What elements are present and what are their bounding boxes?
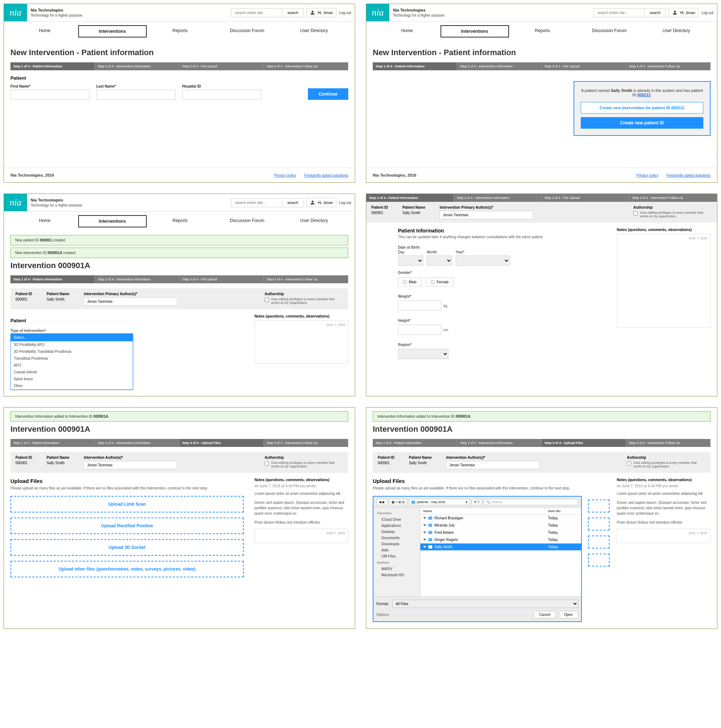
notes-box[interactable]: June 7, 2016	[617, 234, 710, 327]
authorship-checkbox[interactable]	[265, 298, 269, 302]
step-3[interactable]: Step 3 of 4 - File Upload	[542, 194, 629, 202]
format-select[interactable]: All Files	[392, 600, 578, 608]
upload-limb-scan[interactable]: Upload Limb Scan	[11, 496, 244, 512]
author-input[interactable]	[84, 461, 178, 469]
search-button[interactable]: search	[282, 199, 303, 207]
dropdown-selected[interactable]: Select...	[11, 334, 133, 341]
authorship-checkbox[interactable]	[627, 461, 631, 466]
upload-slot[interactable]	[588, 554, 609, 567]
author-input[interactable]	[446, 461, 540, 469]
nav-directory[interactable]: User Directory	[280, 215, 347, 228]
patient-id-link[interactable]: 000212	[637, 93, 651, 97]
search-input[interactable]	[231, 199, 282, 207]
step-1[interactable]: Step 1 of 4 - Patient Information	[11, 275, 95, 283]
nav-directory[interactable]: User Directory	[280, 25, 347, 37]
upload-slot[interactable]	[588, 535, 609, 549]
user-chip[interactable]: Hi, Jenan	[306, 198, 336, 207]
step-2[interactable]: Step 2 of 4 - Intervention Information	[95, 62, 179, 70]
sidebar-item[interactable]: MAISY	[375, 566, 418, 572]
create-intervention-existing-button[interactable]: Create new intervention for patient ID 0…	[581, 102, 703, 113]
nav-reports[interactable]: Reports	[147, 25, 214, 37]
nav-reports[interactable]: Reports	[147, 215, 214, 228]
notes-box[interactable]: June 7, 2016	[254, 529, 348, 543]
region-select[interactable]	[398, 349, 449, 359]
nav-interventions[interactable]: Interventions	[78, 25, 147, 37]
nav-forum[interactable]: Discussion Forum	[213, 25, 280, 37]
first-name-input[interactable]	[11, 90, 90, 100]
file-row-selected[interactable]: Sally SmithToday,	[420, 543, 581, 551]
step-3[interactable]: Step 3 of 4 - File Upload	[179, 275, 264, 283]
dropdown-option[interactable]: Other	[11, 382, 133, 389]
sidebar-item[interactable]: iCloud Drive	[375, 517, 418, 523]
nav-reports[interactable]: Reports	[509, 25, 576, 37]
file-row[interactable]: Miranda JulyToday,	[420, 522, 581, 529]
search-button[interactable]: search	[282, 9, 303, 17]
intervention-type-dropdown[interactable]: Select... 3D PrintAbility AFO 3D PrintAb…	[11, 333, 133, 390]
weight-input[interactable]	[398, 301, 441, 310]
step-1[interactable]: Step 1 of 4 - Patient Information	[11, 62, 95, 70]
search-input[interactable]	[594, 9, 644, 17]
privacy-link[interactable]: Privacy policy	[274, 173, 296, 177]
step-4[interactable]: Step 4 of 4 - Intervention Follow Up	[626, 439, 710, 447]
user-chip[interactable]: Hi, Jenan	[669, 8, 698, 17]
step-2[interactable]: Step 2 of 4 - Intervention Information	[457, 62, 542, 70]
view-toggle[interactable]: ▦ ≡ ⊞ ⊟	[389, 499, 408, 505]
open-button[interactable]: Open	[559, 611, 578, 618]
step-2[interactable]: Step 2 of 4 - Intervention Information	[457, 439, 542, 447]
sidebar-item[interactable]: Downloads	[375, 541, 418, 547]
faq-link[interactable]: Frequently asked questions	[304, 173, 348, 177]
dropdown-option[interactable]: 3D PrintAbility AFO	[11, 341, 133, 348]
user-chip[interactable]: Hi, Jenan	[306, 8, 336, 17]
authorship-checkbox[interactable]	[265, 461, 269, 466]
step-2[interactable]: Step 2 of 4 - Intervention Information	[454, 194, 542, 202]
step-1[interactable]: Step 1 of 4 - Patient Information	[373, 439, 457, 447]
step-3[interactable]: Step 3 of 4 - Upload Files	[179, 439, 264, 447]
nav-interventions[interactable]: Interventions	[441, 25, 509, 37]
create-new-patient-button[interactable]: Create new patient ID	[581, 117, 703, 128]
nav-forum[interactable]: Discussion Forum	[576, 25, 643, 37]
height-input[interactable]	[398, 325, 441, 335]
author-input[interactable]	[84, 297, 178, 306]
sidebar-item[interactable]: Desktop	[375, 529, 418, 535]
step-4[interactable]: Step 4 of 4 - Intervention Follow Up	[626, 62, 710, 70]
step-3[interactable]: Step 3 of 4 - File Upload	[179, 62, 264, 70]
dropdown-option[interactable]: Cranial helmet	[11, 369, 133, 376]
step-2[interactable]: Step 2 of 4 - Intervention Information	[95, 275, 179, 283]
privacy-link[interactable]: Privacy policy	[637, 173, 659, 177]
cancel-button[interactable]: Cancel	[534, 611, 556, 618]
actions-menu[interactable]: ⟳ ⤴	[471, 499, 482, 505]
step-3[interactable]: Step 3 of 4 - Upload Files	[542, 439, 626, 447]
step-1[interactable]: Step 1 of 4 - Patient Information	[373, 62, 457, 70]
step-3[interactable]: Step 3 of 4 - File Upload	[542, 62, 626, 70]
gender-male[interactable]: Male	[398, 277, 421, 286]
nav-back-forward[interactable]: ◀ ▶	[377, 499, 387, 505]
gender-female[interactable]: Female	[426, 277, 453, 286]
nav-home[interactable]: Home	[11, 25, 78, 37]
step-4[interactable]: Step 4 of 4 - Intervention Follow Up	[264, 439, 348, 447]
authorship-checkbox[interactable]	[634, 211, 638, 216]
file-row[interactable]: Richard BrautiganToday,	[420, 515, 581, 522]
step-2[interactable]: Step 2 of 4 - Intervention Information	[95, 439, 179, 447]
dropdown-option[interactable]: AFO	[11, 362, 133, 369]
dropdown-option[interactable]: Spine brace	[11, 376, 133, 382]
file-row[interactable]: Fred AstaireToday,	[420, 529, 581, 536]
search-button[interactable]: search	[644, 9, 666, 17]
nav-directory[interactable]: User Directory	[643, 25, 710, 37]
dropdown-option[interactable]: Transtibial Prosthesis	[11, 355, 133, 362]
notes-box[interactable]: June 7, 2016	[254, 320, 348, 364]
dob-year-select[interactable]	[456, 255, 510, 266]
dob-month-select[interactable]	[427, 255, 452, 266]
step-1[interactable]: Step 1 of 4 - Patient Information	[366, 194, 454, 202]
sidebar-item[interactable]: Adie	[375, 547, 418, 553]
sidebar-item[interactable]: Applications	[375, 523, 418, 529]
step-4[interactable]: Step 4 of 4 - Intervention Follow Up	[264, 275, 348, 283]
step-4[interactable]: Step 4 of 4 - Intervention Follow Up	[629, 194, 717, 202]
dob-day-select[interactable]	[398, 255, 423, 266]
search-input[interactable]	[231, 9, 282, 17]
last-name-input[interactable]	[96, 90, 176, 100]
upload-3d-socket[interactable]: Upload 3D Socket	[11, 539, 244, 556]
sidebar-item[interactable]: Documents	[375, 535, 418, 541]
notes-box[interactable]: June 7, 2016	[617, 529, 710, 543]
faq-link[interactable]: Frequently asked questions	[667, 173, 710, 177]
step-1[interactable]: Step 1 of 4 - Patient Information	[11, 439, 95, 447]
